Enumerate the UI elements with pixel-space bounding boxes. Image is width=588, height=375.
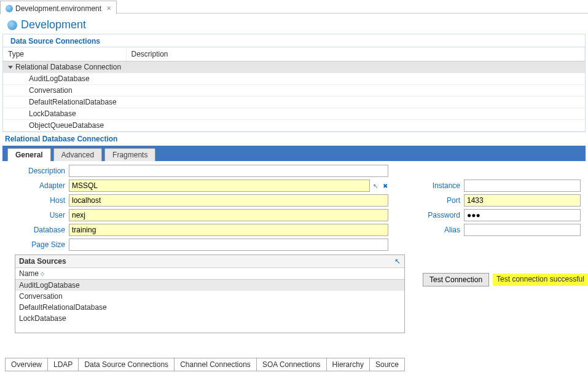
alias-input[interactable]	[464, 224, 581, 236]
file-tab[interactable]: Development.environment ✕	[0, 1, 117, 14]
connections-table: Type Description Relational Database Con…	[3, 47, 585, 132]
cursor-icon[interactable]: ↖	[371, 181, 380, 190]
form-area: Description Adapter ↖ ✖ Instance Host Po	[0, 161, 588, 336]
table-row[interactable]: AuditLogDatabase	[3, 73, 585, 85]
chevron-down-icon	[8, 66, 13, 69]
subsection-heading: Relational Database Connection	[0, 132, 588, 143]
bottom-tab-overview[interactable]: Overview	[5, 358, 48, 371]
table-row[interactable]: LockDatabase	[3, 108, 585, 120]
pagesize-input[interactable]	[69, 239, 388, 251]
label-description: Description	[7, 167, 69, 175]
description-input[interactable]	[69, 165, 388, 177]
connections-table-box: Type Description Relational Database Con…	[2, 47, 586, 132]
host-input[interactable]	[69, 194, 388, 207]
bottom-tab-channel[interactable]: Channel Connections	[174, 358, 257, 371]
datasources-title: Data Sources	[19, 257, 66, 266]
label-database: Database	[7, 226, 69, 234]
tab-fragments[interactable]: Fragments	[104, 148, 155, 161]
tab-advanced[interactable]: Advanced	[53, 148, 102, 161]
list-item[interactable]: Conversation	[15, 291, 404, 302]
label-password: Password	[424, 211, 464, 219]
table-row[interactable]: ObjectQueueDatabase	[3, 120, 585, 132]
tab-general[interactable]: General	[7, 148, 51, 161]
adapter-input[interactable]	[69, 180, 370, 192]
bottom-tab-ldap[interactable]: LDAP	[47, 358, 79, 371]
sort-diamond-icon: ◇	[41, 271, 44, 277]
list-item[interactable]: DefaultRelationalDatabase	[15, 302, 404, 313]
file-tab-bar: Development.environment ✕	[0, 0, 588, 14]
file-tab-label: Development.environment	[15, 4, 101, 13]
clear-icon[interactable]: ✖	[381, 181, 390, 190]
user-input[interactable]	[69, 209, 388, 221]
group-row[interactable]: Relational Database Connection	[3, 61, 585, 73]
instance-input[interactable]	[464, 180, 581, 192]
globe-icon	[7, 20, 17, 30]
test-connection-result: Test connection successful	[493, 274, 588, 286]
label-instance: Instance	[424, 181, 464, 190]
bottom-tab-hierarchy[interactable]: Hierarchy	[326, 358, 370, 371]
datasources-panel: Data Sources ↖ Name ◇ AuditLogDatabase C…	[15, 255, 405, 333]
test-connection-button[interactable]: Test Connection	[423, 273, 489, 286]
port-input[interactable]	[464, 194, 581, 207]
bottom-tab-source[interactable]: Source	[369, 358, 405, 371]
label-pagesize: Page Size	[7, 240, 69, 249]
section-heading: Data Source Connections	[2, 34, 586, 47]
table-row[interactable]: DefaultRelationalDatabase	[3, 97, 585, 108]
label-adapter: Adapter	[7, 181, 69, 190]
label-host: Host	[7, 196, 69, 205]
bottom-tabs: Overview LDAP Data Source Connections Ch…	[5, 358, 404, 371]
label-alias: Alias	[424, 226, 464, 234]
globe-icon	[6, 5, 13, 12]
page-title: Development	[21, 18, 86, 31]
col-description[interactable]: Description	[126, 47, 585, 61]
group-label: Relational Database Connection	[15, 63, 121, 71]
list-item[interactable]: AuditLogDatabase	[15, 280, 404, 291]
page-title-row: Development	[0, 14, 588, 34]
close-icon[interactable]: ✕	[106, 5, 111, 12]
datasources-list[interactable]: AuditLogDatabase Conversation DefaultRel…	[15, 280, 404, 333]
col-type[interactable]: Type	[3, 47, 126, 61]
label-user: User	[7, 211, 69, 219]
cursor-icon[interactable]: ↖	[394, 257, 401, 266]
tab-header: General Advanced Fragments	[2, 146, 586, 161]
test-connection-area: Test Connection Test connection successf…	[423, 273, 588, 286]
database-input[interactable]	[69, 224, 388, 236]
label-port: Port	[424, 196, 464, 205]
list-item[interactable]: LockDatabase	[15, 313, 404, 324]
datasources-name-col[interactable]: Name ◇	[15, 268, 404, 280]
bottom-tab-dsc[interactable]: Data Source Connections	[78, 358, 174, 371]
table-row[interactable]: Conversation	[3, 85, 585, 97]
bottom-tab-soa[interactable]: SOA Connections	[256, 358, 327, 371]
password-input[interactable]	[464, 209, 581, 221]
